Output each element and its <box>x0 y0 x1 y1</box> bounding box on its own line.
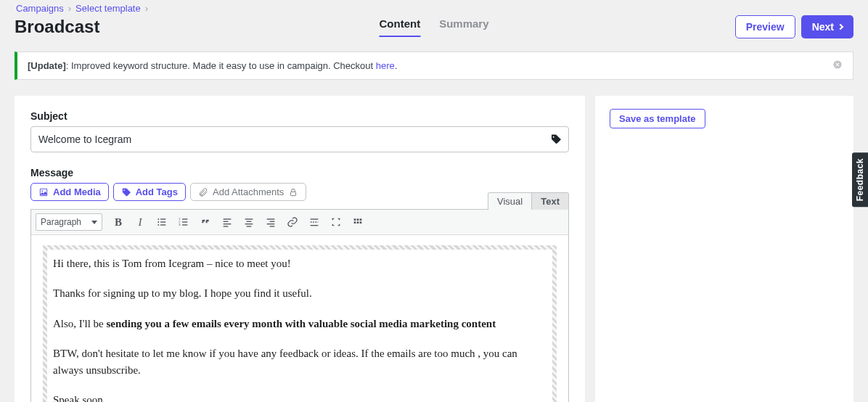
svg-rect-22 <box>247 226 252 226</box>
svg-rect-35 <box>360 218 362 221</box>
svg-rect-29 <box>311 221 312 222</box>
tag-icon[interactable] <box>550 134 562 145</box>
numbered-list-button[interactable]: 123 <box>173 212 194 232</box>
svg-rect-12 <box>182 218 187 219</box>
svg-rect-18 <box>224 226 229 226</box>
svg-rect-27 <box>311 218 319 219</box>
svg-rect-26 <box>270 226 275 226</box>
svg-rect-25 <box>267 223 275 224</box>
editor: Paragraph B I 123 <box>30 209 569 402</box>
italic-button[interactable]: I <box>130 212 150 232</box>
svg-rect-13 <box>182 221 187 222</box>
notice-link[interactable]: here <box>376 60 395 71</box>
svg-point-3 <box>157 218 159 220</box>
svg-rect-14 <box>182 224 187 225</box>
chevron-right-icon <box>838 24 843 30</box>
svg-text:3: 3 <box>179 223 181 226</box>
svg-rect-37 <box>357 221 359 223</box>
editor-paragraph: Hi there, this is Tom from Icegram – nic… <box>53 255 546 272</box>
tab-summary[interactable]: Summary <box>439 17 488 37</box>
editor-paragraph: Speak soon <box>53 392 546 402</box>
read-more-button[interactable] <box>304 212 324 232</box>
media-icon <box>38 187 49 197</box>
editor-toolbar: Paragraph B I 123 <box>31 210 568 235</box>
breadcrumb-link-select-template[interactable]: Select template <box>75 3 141 14</box>
text-tab[interactable]: Text <box>531 193 568 210</box>
svg-rect-28 <box>311 225 319 226</box>
header-tabs: Content Summary <box>379 17 488 37</box>
svg-point-1 <box>41 190 43 192</box>
lock-icon <box>288 187 298 197</box>
subject-input[interactable] <box>30 126 569 152</box>
svg-rect-38 <box>360 221 362 223</box>
svg-rect-24 <box>270 221 275 222</box>
svg-point-5 <box>157 224 159 226</box>
svg-rect-6 <box>160 218 165 219</box>
svg-rect-19 <box>245 218 253 219</box>
editor-paragraph: Also, I'll be sending you a few emails e… <box>53 316 546 332</box>
sidebar-card: Save as template <box>595 96 853 402</box>
message-label: Message <box>30 167 569 179</box>
svg-rect-33 <box>354 218 356 221</box>
svg-point-4 <box>157 221 159 223</box>
tag-icon <box>121 187 131 197</box>
align-right-button[interactable] <box>261 212 281 232</box>
svg-rect-2 <box>291 192 296 195</box>
fullscreen-button[interactable] <box>326 212 346 232</box>
paperclip-icon <box>198 187 208 197</box>
link-button[interactable] <box>282 212 303 232</box>
notice-tag: [Update] <box>28 60 66 71</box>
editor-paragraph: BTW, don't hesitate to let me know if yo… <box>53 345 546 380</box>
svg-rect-8 <box>160 224 165 225</box>
save-as-template-button[interactable]: Save as template <box>610 109 705 128</box>
svg-rect-34 <box>357 218 359 221</box>
breadcrumb: Campaigns › Select template › <box>16 3 853 14</box>
subject-label: Subject <box>30 110 569 122</box>
toolbar-toggle-button[interactable] <box>348 212 368 232</box>
preview-button[interactable]: Preview <box>735 15 795 38</box>
add-tags-button[interactable]: Add Tags <box>113 183 186 201</box>
svg-rect-7 <box>160 221 165 222</box>
svg-rect-16 <box>224 221 229 222</box>
feedback-tab[interactable]: Feedback <box>852 152 868 207</box>
svg-rect-23 <box>267 218 275 219</box>
align-center-button[interactable] <box>239 212 259 232</box>
caret-down-icon <box>91 221 97 224</box>
visual-tab[interactable]: Visual <box>488 193 531 210</box>
svg-rect-21 <box>245 223 253 224</box>
content-card: Subject Message Add Media Add Tags <box>15 96 585 402</box>
next-button-label: Next <box>812 21 834 33</box>
editor-paragraph: Thanks for signing up to my blog. I hope… <box>53 285 546 302</box>
next-button[interactable]: Next <box>801 15 853 38</box>
svg-rect-31 <box>315 221 316 222</box>
bullet-list-button[interactable] <box>152 212 172 232</box>
blockquote-button[interactable] <box>195 212 216 232</box>
update-notice: [Update]: Improved keyword structure. Ma… <box>15 52 853 80</box>
breadcrumb-link-campaigns[interactable]: Campaigns <box>16 3 64 14</box>
bold-button[interactable]: B <box>108 212 128 232</box>
add-media-button[interactable]: Add Media <box>30 183 109 201</box>
editor-body[interactable]: Hi there, this is Tom from Icegram – nic… <box>31 235 568 402</box>
svg-rect-30 <box>313 221 314 222</box>
svg-rect-20 <box>247 221 252 222</box>
svg-rect-15 <box>224 218 232 219</box>
notice-text: : Improved keyword structure. Made it ea… <box>66 60 376 71</box>
align-left-button[interactable] <box>217 212 237 232</box>
tab-content[interactable]: Content <box>379 17 420 37</box>
chevron-right-icon: › <box>145 3 148 14</box>
format-select[interactable]: Paragraph <box>36 213 102 231</box>
svg-rect-32 <box>318 221 319 222</box>
svg-rect-17 <box>224 223 232 224</box>
close-icon[interactable] <box>832 60 843 72</box>
add-attachments-button[interactable]: Add Attachments <box>190 183 306 201</box>
chevron-right-icon: › <box>68 3 71 14</box>
svg-rect-36 <box>354 221 356 223</box>
page-title: Broadcast <box>15 17 99 37</box>
